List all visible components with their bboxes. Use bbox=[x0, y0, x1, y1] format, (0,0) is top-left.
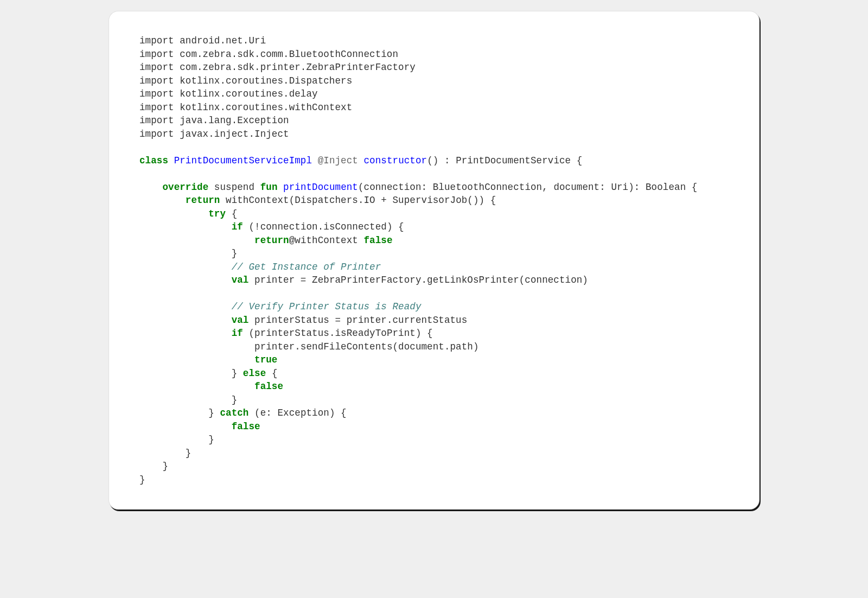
close-brace: } bbox=[162, 461, 168, 472]
method-name: printDocument bbox=[283, 182, 358, 193]
if-keyword: if bbox=[232, 221, 243, 232]
import-line: import android.net.Uri bbox=[139, 35, 266, 46]
close-brace: } bbox=[232, 395, 238, 405]
false-literal: false bbox=[254, 381, 283, 392]
method-params: (connection: BluetoothConnection, docume… bbox=[358, 182, 698, 193]
try-keyword: try bbox=[208, 208, 226, 219]
printer-line: printer = ZebraPrinterFactory.getLinkOsP… bbox=[248, 275, 588, 285]
return-keyword: return bbox=[254, 235, 289, 246]
printerstatus-line: printerStatus = printer.currentStatus bbox=[248, 315, 467, 326]
true-literal: true bbox=[254, 354, 277, 365]
import-line: import com.zebra.sdk.comm.BluetoothConne… bbox=[139, 49, 398, 60]
return-keyword: return bbox=[186, 195, 220, 206]
withcontext-call: withContext bbox=[226, 195, 289, 206]
if-condition: (!connection.isConnected) { bbox=[243, 221, 404, 232]
sendfile-line: printer.sendFileContents(document.path) bbox=[254, 341, 478, 352]
false-literal: false bbox=[232, 421, 260, 432]
if-condition: (printerStatus.isReadyToPrint) { bbox=[243, 328, 433, 339]
class-signature-tail: () : PrintDocumentService { bbox=[427, 155, 582, 166]
override-keyword: override bbox=[162, 182, 208, 193]
import-line: import kotlinx.coroutines.Dispatchers bbox=[139, 75, 352, 86]
if-keyword: if bbox=[232, 328, 243, 339]
suspend-keyword: suspend bbox=[214, 182, 254, 193]
import-line: import kotlinx.coroutines.withContext bbox=[139, 102, 352, 113]
close-brace: } bbox=[186, 448, 192, 459]
close-brace: } bbox=[208, 434, 214, 445]
fun-keyword: fun bbox=[260, 182, 278, 193]
import-line: import javax.inject.Inject bbox=[139, 129, 289, 139]
code-card: import android.net.Uri import com.zebra.… bbox=[108, 11, 760, 510]
catch-params: (e: Exception) { bbox=[248, 408, 346, 418]
val-keyword: val bbox=[232, 275, 249, 285]
constructor-keyword: constructor bbox=[364, 155, 427, 166]
comment-line: // Verify Printer Status is Ready bbox=[232, 301, 422, 312]
false-literal: false bbox=[364, 235, 393, 246]
catch-keyword: catch bbox=[220, 408, 248, 418]
at-label: @withContext bbox=[289, 235, 364, 246]
import-line: import java.lang.Exception bbox=[139, 115, 289, 126]
import-line: import kotlinx.coroutines.delay bbox=[139, 88, 318, 99]
comment-line: // Get Instance of Printer bbox=[232, 262, 381, 272]
close-brace: } bbox=[232, 248, 238, 259]
else-keyword: else bbox=[243, 368, 266, 379]
class-name: PrintDocumentServiceImpl bbox=[174, 155, 312, 166]
class-keyword: class bbox=[139, 155, 168, 166]
import-line: import com.zebra.sdk.printer.ZebraPrinte… bbox=[139, 62, 416, 73]
close-brace: } bbox=[139, 474, 145, 485]
inject-annotation: @Inject bbox=[318, 155, 358, 166]
code-block: import android.net.Uri import com.zebra.… bbox=[139, 34, 729, 486]
withcontext-args: (Dispatchers.IO + SupervisorJob()) { bbox=[289, 195, 496, 206]
val-keyword: val bbox=[232, 315, 249, 326]
